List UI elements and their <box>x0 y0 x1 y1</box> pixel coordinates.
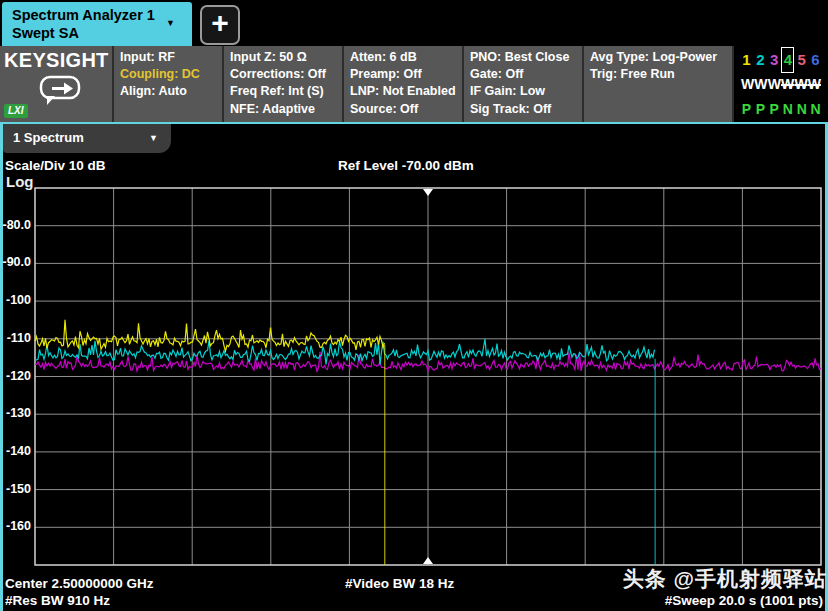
y-axis-label: -90.0 <box>0 255 31 269</box>
y-axis-label: -140 <box>0 444 31 458</box>
y-axis-label: -110 <box>0 331 31 345</box>
y-axis-label: -130 <box>0 406 31 420</box>
graph-area[interactable] <box>0 0 828 611</box>
sweep-time-annotation[interactable]: #Sweep 20.0 s (1001 pts) <box>665 593 823 608</box>
y-axis-label: -80.0 <box>0 218 31 232</box>
y-axis-label: -160 <box>0 519 31 533</box>
y-axis-label: -150 <box>0 482 31 496</box>
y-axis-label: -120 <box>0 369 31 383</box>
res-bw-annotation[interactable]: #Res BW 910 Hz <box>5 593 110 608</box>
y-axis-label: -100 <box>0 293 31 307</box>
watermark: 头条 @手机射频驿站 <box>623 565 827 593</box>
center-frequency-annotation[interactable]: Center 2.50000000 GHz <box>5 576 154 591</box>
spectrum-analyzer-app: Spectrum Analyzer 1 Swept SA ▼ + KEYSIGH… <box>0 0 828 611</box>
video-bw-annotation[interactable]: #Video BW 18 Hz <box>345 576 454 591</box>
